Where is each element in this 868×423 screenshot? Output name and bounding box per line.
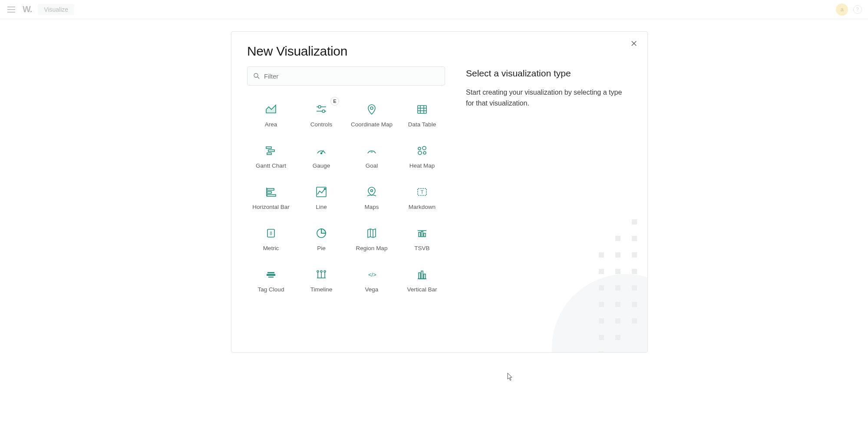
svg-rect-14 xyxy=(266,147,271,149)
svg-text:</>: </> xyxy=(368,271,376,278)
svg-rect-9 xyxy=(418,106,426,113)
hbar-icon xyxy=(264,185,278,199)
viz-type-line[interactable]: Line xyxy=(297,182,345,214)
heat-icon xyxy=(415,143,429,158)
viz-type-timeline[interactable]: Timeline xyxy=(297,264,345,296)
area-icon xyxy=(264,102,278,117)
goal-icon: 8 xyxy=(364,143,379,158)
viz-type-gauge[interactable]: Gauge xyxy=(297,141,345,172)
topbar: W. Visualize a ? xyxy=(0,0,868,19)
region-icon xyxy=(364,226,379,241)
timeline-icon xyxy=(314,267,329,282)
gauge-icon xyxy=(314,143,329,158)
svg-rect-42 xyxy=(424,233,426,237)
viz-type-label: Data Table xyxy=(408,121,436,129)
viz-type-tsvb[interactable]: TSVB xyxy=(398,223,446,255)
viz-type-label: Line xyxy=(316,204,327,211)
svg-rect-40 xyxy=(419,232,420,237)
viz-type-horizontal-bar[interactable]: Horizontal Bar xyxy=(247,182,295,214)
viz-type-label: Pie xyxy=(317,245,326,252)
filter-input[interactable] xyxy=(264,73,439,80)
maps-icon xyxy=(364,185,379,199)
table-icon xyxy=(415,102,429,117)
app-logo: W. xyxy=(23,4,32,14)
cursor-icon xyxy=(507,373,513,381)
viz-type-vertical-bar[interactable]: Vertical Bar xyxy=(398,264,446,296)
svg-point-5 xyxy=(318,106,321,108)
viz-type-label: Heat Map xyxy=(409,162,435,170)
svg-rect-26 xyxy=(267,192,271,193)
viz-type-label: Vega xyxy=(365,286,379,294)
experimental-badge: E xyxy=(330,97,339,106)
gantt-icon xyxy=(264,143,278,158)
viz-type-label: Maps xyxy=(364,204,379,211)
viz-type-goal[interactable]: 8Goal xyxy=(348,141,396,172)
metric-icon: 8 xyxy=(264,226,278,241)
svg-text:8: 8 xyxy=(270,231,272,236)
tagcloud-icon xyxy=(264,267,278,282)
close-button[interactable] xyxy=(628,38,640,49)
help-icon[interactable]: ? xyxy=(853,5,862,14)
viz-type-label: Timeline xyxy=(310,286,333,294)
svg-rect-25 xyxy=(267,188,274,190)
svg-rect-41 xyxy=(421,231,423,237)
svg-point-20 xyxy=(418,147,421,150)
viz-type-label: Horizontal Bar xyxy=(252,204,290,211)
viz-type-label: Coordinate Map xyxy=(351,121,393,129)
right-panel-title: Select a visualization type xyxy=(466,68,633,79)
svg-point-29 xyxy=(324,188,326,189)
viz-type-label: Goal xyxy=(366,162,378,170)
viz-type-region-map[interactable]: Region Map xyxy=(348,223,396,255)
viz-type-metric[interactable]: 8Metric xyxy=(247,223,295,255)
viz-type-maps[interactable]: Maps xyxy=(348,182,396,214)
svg-point-22 xyxy=(418,151,422,155)
viz-type-label: Tag Cloud xyxy=(258,286,284,294)
svg-rect-57 xyxy=(424,274,426,279)
pie-icon xyxy=(314,226,329,241)
viz-type-tag-cloud[interactable]: Tag Cloud xyxy=(247,264,295,296)
controls-icon xyxy=(314,102,329,117)
svg-point-8 xyxy=(370,107,373,109)
svg-point-47 xyxy=(320,271,322,272)
modal-title: New Visualization xyxy=(247,44,632,59)
line-icon xyxy=(314,185,329,199)
viz-type-label: Gantt Chart xyxy=(256,162,286,170)
viz-type-label: TSVB xyxy=(414,245,429,252)
close-icon xyxy=(631,40,637,46)
svg-point-7 xyxy=(322,110,325,112)
new-visualization-modal: New Visualization AreaControlsECoordinat… xyxy=(231,31,648,353)
viz-type-label: Metric xyxy=(263,245,279,252)
filter-field[interactable] xyxy=(247,66,445,86)
viz-type-controls[interactable]: ControlsE xyxy=(297,99,345,131)
viz-type-scroll[interactable]: AreaControlsECoordinate MapData TableGan… xyxy=(247,92,449,352)
svg-point-48 xyxy=(324,271,326,272)
tsvb-icon xyxy=(415,226,429,241)
viz-type-data-table[interactable]: Data Table xyxy=(398,99,446,131)
vbar-icon xyxy=(415,267,429,282)
search-icon xyxy=(253,72,261,80)
pin-icon xyxy=(364,102,379,117)
svg-rect-55 xyxy=(419,273,420,279)
svg-text:8: 8 xyxy=(371,150,373,154)
viz-type-area[interactable]: Area xyxy=(247,99,295,131)
menu-toggle-button[interactable] xyxy=(6,4,17,15)
svg-rect-15 xyxy=(268,150,274,152)
viz-type-label: Area xyxy=(265,121,277,129)
viz-type-label: Markdown xyxy=(409,204,436,211)
svg-point-2 xyxy=(254,73,258,77)
svg-line-3 xyxy=(257,77,259,79)
svg-point-30 xyxy=(371,189,373,192)
viz-type-vega[interactable]: </>Vega xyxy=(348,264,396,296)
right-panel-text: Start creating your visualization by sel… xyxy=(466,87,631,109)
viz-type-coordinate-map[interactable]: Coordinate Map xyxy=(348,99,396,131)
viz-type-pie[interactable]: Pie xyxy=(297,223,345,255)
vega-icon: </> xyxy=(364,267,379,282)
svg-point-18 xyxy=(321,152,322,154)
svg-point-46 xyxy=(317,271,319,272)
decorative-background xyxy=(539,213,647,352)
breadcrumb-visualize[interactable]: Visualize xyxy=(38,4,74,15)
viz-type-gantt-chart[interactable]: Gantt Chart xyxy=(247,141,295,172)
viz-type-heat-map[interactable]: Heat Map xyxy=(398,141,446,172)
avatar[interactable]: a xyxy=(836,3,848,16)
viz-type-markdown[interactable]: TMarkdown xyxy=(398,182,446,214)
